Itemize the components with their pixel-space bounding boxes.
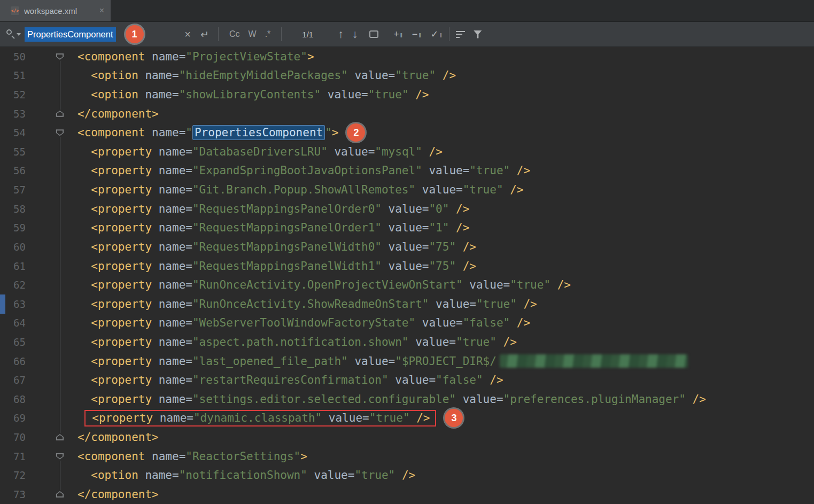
annotation-badge-3: 3: [445, 409, 463, 427]
code-line[interactable]: 59 <property name="RequestMappingsPanelO…: [0, 218, 814, 237]
line-number[interactable]: 72: [5, 469, 26, 481]
line-number[interactable]: 70: [5, 431, 26, 443]
code-segment: />: [551, 278, 571, 291]
fold-marker-end-icon[interactable]: [56, 434, 64, 440]
code-line[interactable]: 69 <property name="dynamic.classpath" va…: [0, 409, 814, 428]
code-line[interactable]: 52 <option name="showLibraryContents" va…: [0, 85, 814, 104]
remove-occurrence-icon[interactable]: −‖: [412, 29, 422, 40]
code-text: <property name="dynamic.classpath" value…: [77, 409, 814, 427]
search-icon-glass: [6, 29, 12, 35]
line-number[interactable]: 57: [5, 184, 26, 196]
select-all-occurrences-icon[interactable]: ✓‖: [431, 28, 443, 40]
code-line[interactable]: 56 <property name="ExpandSpringBootJavaO…: [0, 161, 814, 181]
code-line[interactable]: 61 <property name="RequestMappingsPanelW…: [0, 257, 814, 276]
search-input[interactable]: PropertiesComponent 1: [25, 25, 175, 43]
code-line[interactable]: 63 <property name="RunOnceActivity.ShowR…: [0, 294, 814, 314]
code-line[interactable]: 54<component name="PropertiesComponent">…: [0, 123, 814, 142]
code-segment: <property: [77, 203, 152, 215]
code-segment: "true": [510, 278, 551, 291]
clear-search-icon[interactable]: ×: [181, 28, 195, 41]
line-number[interactable]: 66: [5, 355, 26, 367]
line-number[interactable]: 61: [5, 260, 26, 272]
line-number[interactable]: 64: [5, 317, 26, 329]
code-segment: name=: [152, 203, 192, 215]
tab-workspace-xml[interactable]: </> workspace.xml ×: [0, 0, 111, 21]
match-case-toggle[interactable]: Cc: [225, 27, 244, 41]
close-tab-icon[interactable]: ×: [99, 6, 104, 15]
line-number[interactable]: 62: [5, 279, 26, 291]
line-number[interactable]: 67: [5, 374, 26, 386]
insert-newline-icon[interactable]: ↵: [198, 28, 212, 41]
regex-toggle[interactable]: .*: [261, 27, 275, 41]
line-number[interactable]: 65: [5, 336, 26, 348]
fold-gutter[interactable]: [52, 104, 67, 123]
fold-gutter[interactable]: [52, 47, 67, 66]
code-text: <property name="aspect.path.notification…: [77, 336, 814, 348]
code-line[interactable]: 71<component name="ReactorSettings">: [0, 447, 814, 466]
code-line[interactable]: 65 <property name="aspect.path.notificat…: [0, 332, 814, 352]
code-line[interactable]: 57 <property name="Git.Branch.Popup.Show…: [0, 180, 814, 199]
line-number[interactable]: 56: [5, 165, 26, 176]
code-line[interactable]: 66 <property name="last_opened_file_path…: [0, 352, 814, 371]
code-segment: value=: [415, 316, 463, 329]
code-line[interactable]: 64 <property name="WebServerToolWindowFa…: [0, 314, 814, 333]
code-line[interactable]: 70</component>: [0, 428, 814, 447]
fold-marker-expanded-icon[interactable]: [56, 53, 64, 60]
fold-gutter[interactable]: [52, 447, 67, 466]
line-number[interactable]: 52: [5, 89, 26, 100]
fold-marker-expanded-icon[interactable]: [56, 129, 64, 136]
filter-search-results-icon[interactable]: [474, 30, 482, 38]
fold-gutter[interactable]: [52, 123, 67, 142]
gutter-strip: [0, 218, 5, 237]
line-number[interactable]: 58: [5, 203, 26, 215]
code-text: <property name="RunOnceActivity.ShowRead…: [77, 298, 814, 311]
code-line[interactable]: 55 <property name="DatabaseDriversLRU" v…: [0, 142, 814, 161]
code-text: <property name="RunOnceActivity.OpenProj…: [77, 278, 814, 291]
code-line[interactable]: 50<component name="ProjectViewState">: [0, 47, 814, 66]
fold-gutter: [52, 332, 67, 352]
fold-marker-expanded-icon[interactable]: [56, 453, 64, 460]
line-number[interactable]: 60: [5, 241, 26, 253]
line-number[interactable]: 51: [5, 69, 26, 81]
code-segment: name=: [152, 316, 192, 329]
code-segment: <property: [77, 393, 152, 406]
line-number[interactable]: 59: [5, 222, 26, 234]
fold-gutter[interactable]: [52, 485, 67, 504]
fold-marker-end-icon[interactable]: [56, 111, 64, 117]
fold-marker-end-icon[interactable]: [56, 491, 64, 498]
code-line[interactable]: 58 <property name="RequestMappingsPanelO…: [0, 199, 814, 219]
previous-occurrence-icon[interactable]: ↑: [338, 28, 344, 41]
code-text: </component>: [77, 488, 814, 501]
fold-connector-line: [60, 137, 60, 142]
next-occurrence-icon[interactable]: ↓: [352, 28, 358, 41]
line-number[interactable]: 54: [5, 127, 26, 138]
code-line[interactable]: 51 <option name="hideEmptyMiddlePackages…: [0, 66, 814, 86]
code-line[interactable]: 53</component>: [0, 104, 814, 123]
search-icon[interactable]: [5, 28, 21, 40]
code-line[interactable]: 73</component>: [0, 485, 814, 504]
search-in-selection-icon[interactable]: [369, 30, 378, 38]
fold-gutter: [52, 370, 67, 390]
code-line[interactable]: 60 <property name="RequestMappingsPanelW…: [0, 237, 814, 257]
code-text: <property name="DatabaseDriversLRU" valu…: [77, 145, 814, 158]
line-number[interactable]: 63: [5, 298, 26, 310]
line-number[interactable]: 50: [5, 51, 26, 63]
code-line[interactable]: 67 <property name="restartRequiresConfir…: [0, 370, 814, 390]
fold-gutter[interactable]: [52, 428, 67, 447]
add-occurrence-icon[interactable]: +‖: [393, 29, 403, 40]
filter-lines-icon[interactable]: [456, 31, 465, 38]
line-number[interactable]: 53: [5, 108, 26, 120]
line-number[interactable]: 68: [5, 393, 26, 405]
line-number[interactable]: 55: [5, 146, 26, 158]
code-line[interactable]: 68 <property name="settings.editor.selec…: [0, 390, 814, 409]
code-segment: <property: [77, 298, 152, 311]
code-line[interactable]: 72 <option name="notificationShown" valu…: [0, 466, 814, 485]
whole-words-toggle[interactable]: W: [244, 27, 261, 41]
search-match-highlight: PropertiesComponent: [192, 125, 325, 140]
line-number[interactable]: 71: [5, 451, 26, 462]
line-number[interactable]: 69: [5, 412, 26, 424]
code-area[interactable]: 50<component name="ProjectViewState">51 …: [0, 47, 814, 504]
line-number[interactable]: 73: [5, 489, 26, 500]
code-segment: "notificationShown": [179, 469, 307, 482]
code-line[interactable]: 62 <property name="RunOnceActivity.OpenP…: [0, 275, 814, 294]
